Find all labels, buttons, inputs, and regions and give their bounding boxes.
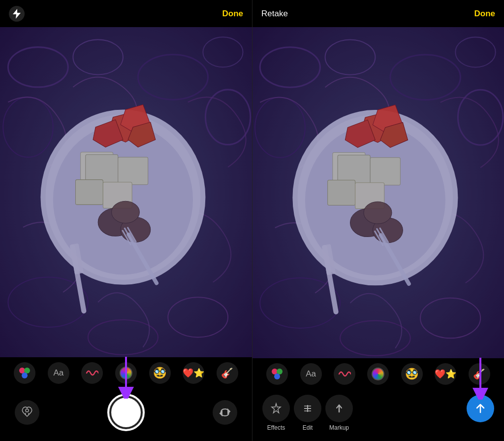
right-draw-button[interactable] [334,363,355,385]
left-panel: Done [0,0,252,441]
retake-button[interactable]: Retake [261,9,288,19]
edit-item[interactable]: Edit [294,395,321,431]
color-dots-button[interactable] [14,362,35,384]
left-camera-row [0,389,252,441]
effects-item[interactable]: Effects [262,395,290,431]
text-button[interactable]: Aa [48,362,69,384]
right-done-button[interactable]: Done [474,9,496,19]
flash-icon[interactable] [9,6,25,22]
actions-group: Effects Edit [262,395,353,431]
favorite-button[interactable] [15,400,39,425]
left-image-area [0,27,252,357]
left-header: Done [0,0,252,27]
effects-icon-container [262,395,290,422]
sticker-button[interactable]: ❤️⭐ [183,362,204,384]
markup-icon-container [325,395,353,422]
right-sticker-row: Aa 🥸 ❤️⭐ 🎸 [252,358,504,390]
left-done-button[interactable]: Done [222,9,244,19]
edit-icon-container [294,395,321,422]
shutter-inner [111,398,141,427]
draw-button[interactable] [81,362,103,384]
markup-item[interactable]: Markup [325,395,353,431]
shutter-button[interactable] [107,394,145,431]
send-area [467,395,494,422]
shutter-area [107,394,145,431]
right-actions-area: Effects Edit [252,390,504,441]
svg-point-37 [26,409,29,412]
svg-marker-0 [13,9,21,19]
svg-rect-73 [252,27,504,358]
svg-point-36 [22,373,28,378]
edit-label: Edit [303,424,313,431]
rotate-camera-button[interactable] [213,400,237,425]
right-music-button[interactable]: 🎸 [469,363,490,385]
music-button[interactable]: 🎸 [217,362,238,384]
send-button[interactable] [467,395,494,422]
right-panel: Retake Done [252,0,504,441]
left-sticker-row: Aa 🥸 ❤️⭐ 🎸 [0,357,252,389]
right-image-area [252,27,504,358]
right-text-button[interactable]: Aa [300,363,322,385]
right-header: Retake Done [252,0,504,27]
svg-point-76 [274,373,280,379]
svg-rect-33 [0,27,252,357]
effects-label: Effects [267,424,285,431]
filter-button[interactable] [115,362,137,384]
right-filter-button[interactable] [367,363,389,385]
right-sticker-button[interactable]: ❤️⭐ [435,363,456,385]
memoji-button[interactable]: 🥸 [149,362,171,384]
markup-label: Markup [329,424,349,431]
svg-marker-41 [220,411,222,415]
right-memoji-button[interactable]: 🥸 [401,363,423,385]
left-header-left [9,6,25,22]
right-color-dots-button[interactable] [266,363,288,385]
